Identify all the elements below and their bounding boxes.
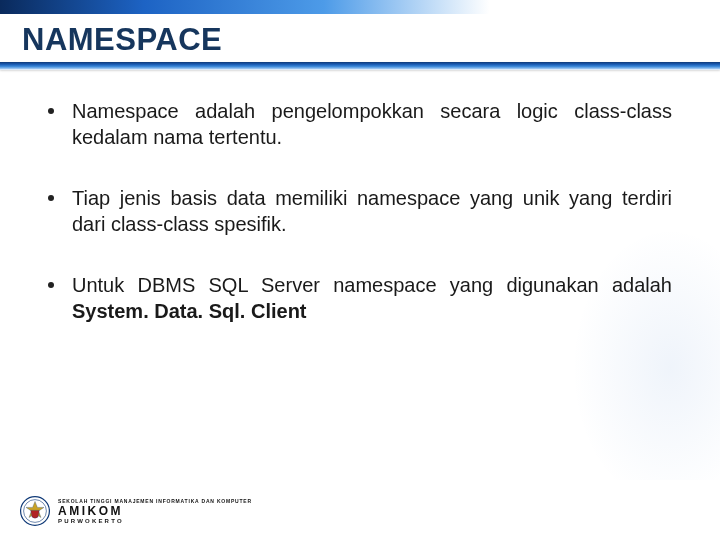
footer: SEKOLAH TINGGI MANAJEMEN INFORMATIKA DAN…	[20, 496, 252, 526]
bullet-item: Untuk DBMS SQL Server namespace yang dig…	[48, 272, 672, 325]
slide: NAMESPACE Namespace adalah pengelompokka…	[0, 0, 720, 540]
bullet-dot-icon	[48, 282, 54, 288]
bullet-text: Namespace adalah pengelompokkan secara l…	[72, 98, 672, 151]
slide-title: NAMESPACE	[22, 22, 222, 58]
institution-text: SEKOLAH TINGGI MANAJEMEN INFORMATIKA DAN…	[58, 499, 252, 524]
title-underline	[0, 62, 720, 70]
bullet-item: Tiap jenis basis data memiliki namespace…	[48, 185, 672, 238]
top-accent-bar	[0, 0, 720, 14]
bullet-item: Namespace adalah pengelompokkan secara l…	[48, 98, 672, 151]
bullet-text: Untuk DBMS SQL Server namespace yang dig…	[72, 272, 672, 325]
institution-line1: SEKOLAH TINGGI MANAJEMEN INFORMATIKA DAN…	[58, 499, 252, 504]
bullet-dot-icon	[48, 108, 54, 114]
bullet-prefix: Untuk DBMS SQL Server namespace yang dig…	[72, 274, 672, 296]
institution-line3: PURWOKERTO	[58, 518, 252, 524]
institution-crest-icon	[20, 496, 50, 526]
institution-line2: AMIKOM	[58, 505, 252, 517]
bullet-dot-icon	[48, 195, 54, 201]
bullet-bold: System. Data. Sql. Client	[72, 300, 307, 322]
bullet-text: Tiap jenis basis data memiliki namespace…	[72, 185, 672, 238]
content-area: Namespace adalah pengelompokkan secara l…	[48, 98, 672, 358]
